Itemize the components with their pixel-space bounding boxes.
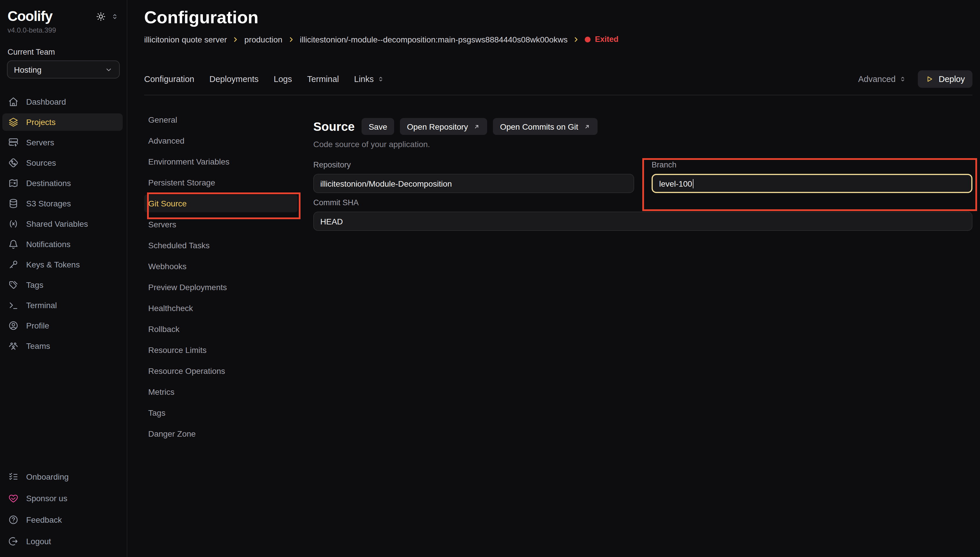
bell-icon	[8, 239, 19, 249]
advanced-label: Advanced	[858, 75, 896, 84]
sidebar-item-label: Notifications	[26, 239, 71, 249]
status-text: Exited	[595, 34, 618, 46]
deploy-label: Deploy	[939, 75, 965, 84]
subnav-item-general[interactable]: General	[144, 111, 297, 129]
breadcrumb-environment[interactable]: production	[244, 34, 283, 46]
repository-value: illicitestonion/Module-Decomposition	[320, 179, 452, 188]
logout-icon	[8, 536, 19, 547]
repository-input[interactable]: illicitestonion/Module-Decomposition	[313, 174, 634, 193]
configuration-content: General Advanced Environment Variables P…	[144, 111, 972, 557]
sidebar-footer: Onboarding Sponsor us Feedback Logout	[0, 468, 127, 557]
tabs-actions: Advanced Deploy	[858, 70, 972, 88]
subnav-item-advanced[interactable]: Advanced	[144, 132, 297, 150]
git-source-icon	[8, 158, 19, 168]
team-select[interactable]: Hosting	[7, 60, 120, 78]
branch-annotation-box: Branch level-100	[652, 159, 972, 193]
tab-terminal[interactable]: Terminal	[307, 75, 339, 84]
tab-links-label: Links	[354, 75, 374, 84]
sidebar-item-logout[interactable]: Logout	[2, 533, 123, 550]
selector-chevrons-icon	[899, 76, 906, 83]
sidebar-item-onboarding[interactable]: Onboarding	[2, 468, 123, 485]
tabs: Configuration Deployments Logs Terminal …	[144, 75, 384, 84]
sidebar-item-tags[interactable]: Tags	[2, 276, 123, 294]
open-repository-button[interactable]: Open Repository	[400, 118, 487, 135]
git-source-panel: Source Save Open Repository Open Commits…	[313, 111, 972, 557]
sidebar-item-shared-variables[interactable]: Shared Variables	[2, 215, 123, 233]
home-icon	[8, 96, 19, 107]
tag-icon	[8, 280, 19, 290]
subnav-item-persistent-storage[interactable]: Persistent Storage	[144, 174, 297, 191]
subnav-item-metrics[interactable]: Metrics	[144, 383, 297, 401]
app-version: v4.0.0-beta.399	[0, 24, 127, 34]
sidebar-item-servers[interactable]: Servers	[2, 134, 123, 151]
selector-chevrons-icon[interactable]	[111, 13, 119, 20]
save-label: Save	[369, 122, 387, 131]
status-badge: Exited	[585, 34, 618, 46]
app-logo: Coolify	[8, 8, 52, 24]
sidebar-item-profile[interactable]: Profile	[2, 317, 123, 334]
save-button[interactable]: Save	[362, 118, 394, 135]
sidebar-item-label: Servers	[26, 138, 54, 147]
subnav-item-resource-operations[interactable]: Resource Operations	[144, 362, 297, 379]
sidebar-item-terminal[interactable]: Terminal	[2, 296, 123, 314]
chevron-down-icon	[105, 65, 113, 73]
play-icon	[925, 75, 933, 83]
subnav-item-tags[interactable]: Tags	[144, 404, 297, 422]
sidebar-item-dashboard[interactable]: Dashboard	[2, 93, 123, 111]
branch-input[interactable]: level-100	[652, 174, 972, 193]
chevron-right-icon	[288, 36, 295, 43]
source-header: Source Save Open Repository Open Commits…	[313, 118, 972, 135]
advanced-toggle[interactable]: Advanced	[858, 75, 906, 84]
tab-deployments[interactable]: Deployments	[210, 75, 258, 84]
sidebar-item-sponsor-us[interactable]: Sponsor us	[2, 490, 123, 507]
server-icon	[8, 137, 19, 148]
sidebar-item-label: Feedback	[26, 515, 62, 524]
commit-sha-input[interactable]: HEAD	[313, 212, 972, 231]
sidebar-item-s3-storages[interactable]: S3 Storages	[2, 195, 123, 212]
sidebar-item-projects[interactable]: Projects	[2, 113, 123, 131]
breadcrumb-project[interactable]: illicitonion quote server	[144, 34, 227, 46]
git-source-annotation-box: Git Source	[144, 195, 297, 212]
tab-links[interactable]: Links	[354, 75, 384, 84]
subnav-item-environment-variables[interactable]: Environment Variables	[144, 153, 297, 170]
source-description: Code source of your application.	[313, 140, 972, 149]
subnav-item-danger-zone[interactable]: Danger Zone	[144, 425, 297, 443]
subnav-item-webhooks[interactable]: Webhooks	[144, 257, 297, 275]
sidebar-item-keys-tokens[interactable]: Keys & Tokens	[2, 256, 123, 273]
checklist-icon	[8, 472, 19, 482]
external-link-icon	[583, 123, 590, 130]
open-commits-button[interactable]: Open Commits on Git	[493, 118, 597, 135]
theme-toggle-sun-icon[interactable]	[96, 11, 106, 21]
tabs-row: Configuration Deployments Logs Terminal …	[144, 70, 972, 95]
tab-configuration[interactable]: Configuration	[144, 75, 194, 84]
sidebar-item-destinations[interactable]: Destinations	[2, 174, 123, 192]
subnav-item-git-source[interactable]: Git Source	[144, 195, 297, 212]
subnav-item-servers[interactable]: Servers	[144, 216, 297, 233]
subnav-item-scheduled-tasks[interactable]: Scheduled Tasks	[144, 237, 297, 254]
sidebar-menu: Dashboard Projects Servers Sources Desti…	[0, 93, 127, 355]
breadcrumb-application[interactable]: illicitestonion/-module--decomposition:m…	[300, 34, 567, 46]
page-title: Configuration	[144, 8, 972, 27]
status-dot-icon	[585, 37, 591, 42]
sidebar-item-label: Sponsor us	[26, 493, 67, 503]
branch-label: Branch	[652, 159, 972, 170]
deploy-button[interactable]: Deploy	[918, 70, 972, 88]
commit-sha-value: HEAD	[320, 217, 343, 226]
sidebar-item-notifications[interactable]: Notifications	[2, 236, 123, 253]
sidebar-item-teams[interactable]: Teams	[2, 337, 123, 355]
sidebar-item-label: Tags	[26, 280, 43, 290]
subnav-item-resource-limits[interactable]: Resource Limits	[144, 341, 297, 359]
sidebar-item-label: Onboarding	[26, 472, 68, 481]
sidebar-item-label: Sources	[26, 158, 56, 168]
help-circle-icon	[8, 515, 19, 525]
subnav-item-preview-deployments[interactable]: Preview Deployments	[144, 278, 297, 296]
sidebar-item-sources[interactable]: Sources	[2, 154, 123, 171]
key-icon	[8, 259, 19, 270]
subnav-item-rollback[interactable]: Rollback	[144, 320, 297, 338]
sidebar-item-label: Terminal	[26, 301, 57, 310]
sidebar-item-feedback[interactable]: Feedback	[2, 511, 123, 529]
subnav-item-healthcheck[interactable]: Healthcheck	[144, 300, 297, 317]
sidebar-item-label: Keys & Tokens	[26, 260, 80, 269]
source-title: Source	[313, 119, 354, 134]
tab-logs[interactable]: Logs	[274, 75, 292, 84]
